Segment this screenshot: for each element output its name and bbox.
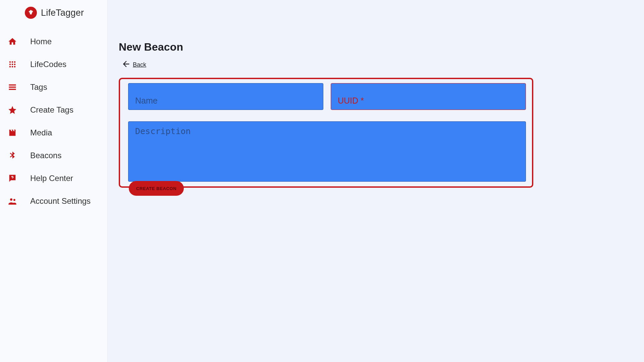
main: New Beacon Back CREATE BEACON [107, 0, 644, 362]
brand: LifeTagger [0, 5, 107, 30]
sidebar-item-label: Account Settings [30, 196, 91, 206]
page-content: New Beacon Back CREATE BEACON [107, 31, 644, 209]
sidebar: LifeTagger Home LifeCodes Tags Create Ta… [0, 0, 107, 362]
svg-point-7 [12, 66, 13, 68]
movie-filter-icon [7, 128, 17, 138]
svg-point-3 [9, 64, 11, 65]
page-title: New Beacon [119, 41, 629, 53]
sidebar-item-account-settings[interactable]: Account Settings [0, 190, 107, 213]
sidebar-item-label: Beacons [30, 151, 61, 160]
sidebar-item-help-center[interactable]: Help Center [0, 167, 107, 190]
sidebar-item-beacons[interactable]: Beacons [0, 144, 107, 167]
sidebar-item-create-tags[interactable]: Create Tags [0, 99, 107, 121]
sidebar-item-tags[interactable]: Tags [0, 76, 107, 99]
sidebar-item-home[interactable]: Home [0, 30, 107, 53]
bluetooth-icon [7, 150, 17, 161]
beacon-form [119, 78, 533, 188]
sidebar-item-label: Help Center [30, 174, 73, 183]
brand-name: LifeTagger [41, 8, 84, 18]
name-input[interactable] [128, 83, 323, 110]
uuid-field-wrapper [331, 83, 526, 110]
home-icon [7, 37, 17, 47]
name-field-wrapper [128, 83, 323, 110]
create-beacon-button[interactable]: CREATE BEACON [129, 181, 184, 196]
svg-point-2 [14, 61, 16, 63]
svg-point-1 [12, 61, 13, 63]
description-input[interactable] [128, 122, 526, 181]
svg-point-4 [12, 64, 13, 65]
sidebar-item-label: Create Tags [30, 105, 73, 115]
star-icon [7, 105, 17, 115]
svg-point-5 [14, 64, 16, 65]
sidebar-item-label: LifeCodes [30, 60, 66, 69]
arrow-back-icon [121, 59, 131, 70]
help-chat-icon [7, 173, 17, 183]
uuid-input[interactable] [331, 83, 526, 110]
people-icon [7, 196, 17, 206]
svg-point-6 [9, 66, 11, 68]
sidebar-item-label: Tags [30, 82, 47, 92]
svg-point-10 [13, 199, 15, 201]
svg-point-0 [9, 61, 11, 63]
sidebar-item-label: Home [30, 37, 52, 46]
back-link[interactable]: Back [121, 59, 629, 70]
sidebar-nav: Home LifeCodes Tags Create Tags Media [0, 30, 107, 213]
brand-logo-icon [25, 7, 37, 19]
dots-grid-icon [7, 59, 17, 69]
sidebar-item-label: Media [30, 128, 52, 137]
list-icon [7, 82, 17, 92]
svg-point-8 [14, 66, 16, 68]
topbar [107, 0, 644, 31]
sidebar-item-lifecodes[interactable]: LifeCodes [0, 53, 107, 76]
sidebar-item-media[interactable]: Media [0, 121, 107, 144]
back-label: Back [133, 61, 146, 68]
description-field-wrapper [128, 121, 526, 182]
svg-point-9 [10, 198, 12, 201]
